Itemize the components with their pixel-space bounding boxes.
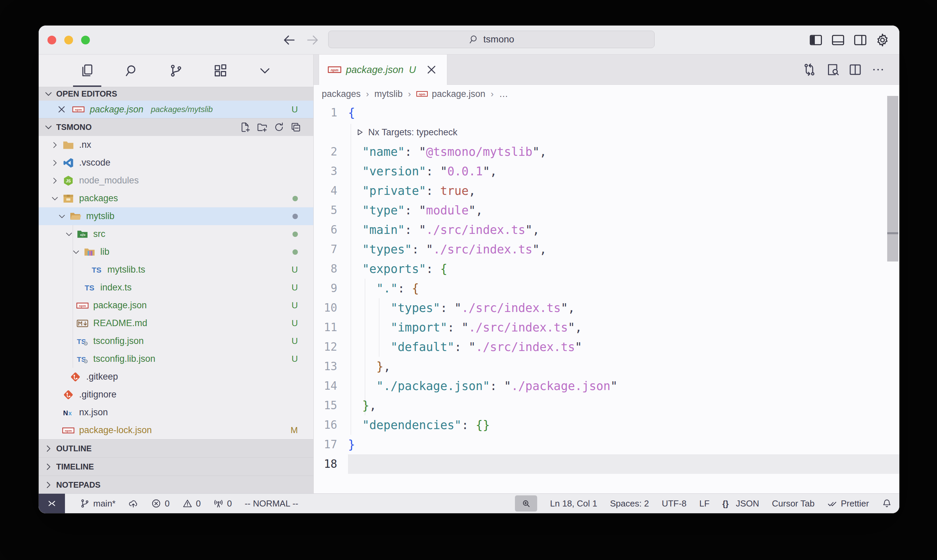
tree-item-readme-md[interactable]: README.mdU <box>39 314 313 332</box>
chevron-down-icon[interactable] <box>69 247 83 257</box>
open-editor-item[interactable]: npmpackage.jsonpackages/mytslibU <box>39 101 313 118</box>
tree-item-node-modules[interactable]: JSnode_modules <box>39 172 313 189</box>
code-line-11: 11 "import": "./src/index.ts", <box>314 318 899 337</box>
codelens-nx-targets[interactable]: Nx Targets: typecheck <box>314 123 899 142</box>
collapse-all-icon[interactable] <box>291 122 301 132</box>
status-ln-18-col-1[interactable]: Ln 18, Col 1 <box>550 498 597 509</box>
activity-source-control[interactable] <box>161 54 191 87</box>
status-cloud-upload[interactable] <box>128 498 138 509</box>
breadcrumb-item[interactable]: npmpackage.json <box>416 88 485 100</box>
more-actions-icon[interactable] <box>871 63 885 77</box>
tree-item-badges <box>292 249 298 255</box>
tree-item-mytslib[interactable]: mytslib <box>39 207 313 225</box>
pane-timeline[interactable]: TIMELINE <box>39 457 313 475</box>
status-bell[interactable] <box>882 498 892 509</box>
activity-extensions[interactable] <box>206 54 235 87</box>
gear-icon[interactable] <box>875 33 890 48</box>
tree-item--gitignore[interactable]: .gitignore <box>39 386 313 403</box>
tree-item-badges: U <box>291 318 298 328</box>
tree-item-index-ts[interactable]: TSindex.tsU <box>39 278 313 297</box>
status-spaces-2[interactable]: Spaces: 2 <box>610 498 649 509</box>
code-text: "types": "./src/index.ts", <box>348 240 546 259</box>
workspace-header[interactable]: TSMONO <box>39 118 313 136</box>
git-badge: U <box>291 104 298 115</box>
minimize-button[interactable] <box>64 36 73 45</box>
status-0[interactable]: 0 <box>213 498 232 509</box>
activity-search[interactable] <box>117 54 146 87</box>
command-center-search[interactable]: tsmono <box>328 31 655 48</box>
tree-item-src[interactable]: </>src <box>39 225 313 243</box>
chevron-down-icon[interactable] <box>54 211 69 222</box>
forward-arrow-icon[interactable] <box>305 33 320 48</box>
status-lf[interactable]: LF <box>699 498 709 509</box>
chevron-right-icon[interactable] <box>48 140 62 150</box>
tree-item-label: src <box>93 229 105 239</box>
check-double-icon <box>827 498 837 509</box>
breadcrumb-item[interactable]: … <box>499 89 508 99</box>
status-cursor-tab[interactable]: Cursor Tab <box>772 498 815 509</box>
close-icon[interactable] <box>425 63 438 76</box>
pane-outline[interactable]: OUTLINE <box>39 439 313 457</box>
close-button[interactable] <box>48 36 56 45</box>
remote-indicator[interactable] <box>39 494 65 513</box>
breadcrumb-item[interactable]: packages <box>322 89 361 99</box>
status-text: 0 <box>227 498 232 509</box>
code-line-7: 7 "types": "./src/index.ts", <box>314 240 899 259</box>
tree-item-packages[interactable]: packages <box>39 189 313 207</box>
chevron-right-icon[interactable] <box>48 176 62 186</box>
status-utf-8[interactable]: UTF-8 <box>662 498 686 509</box>
pane-notepads[interactable]: NOTEPADS <box>39 475 313 494</box>
open-changes-icon[interactable] <box>802 63 817 77</box>
npm-icon: npm <box>328 63 341 76</box>
chevron-down-icon[interactable] <box>62 229 76 239</box>
tab-package-json[interactable]: npm package.json U <box>319 54 447 85</box>
layout-sidebar-left-icon[interactable] <box>808 33 823 48</box>
editor-scrollbar[interactable] <box>887 96 898 262</box>
split-editor-icon[interactable] <box>848 63 862 77</box>
status-json[interactable]: {}JSON <box>722 498 759 509</box>
breadcrumb-item[interactable]: mytslib <box>374 89 403 99</box>
status--normal-[interactable]: -- NORMAL -- <box>245 498 298 509</box>
tree-item-badges: U <box>291 354 298 364</box>
code-text: "./package.json": "./package.json" <box>348 376 618 396</box>
status-main-[interactable]: main* <box>80 498 115 509</box>
source-control-icon <box>80 498 90 509</box>
status-0[interactable]: 0 <box>151 498 169 509</box>
chevron-right-icon <box>43 443 54 454</box>
line-number: 14 <box>314 376 337 396</box>
open-editors-header[interactable]: OPEN EDITORS <box>39 87 313 101</box>
zoom-button[interactable] <box>81 36 90 45</box>
line-number: 17 <box>314 435 337 454</box>
tree-item-package-lock-json[interactable]: npmpackage-lock.jsonM <box>39 422 313 439</box>
tree-item--gitkeep[interactable]: .gitkeep <box>39 368 313 386</box>
line-number: 9 <box>314 278 337 298</box>
status-0[interactable]: 0 <box>182 498 201 509</box>
status-prettier[interactable]: Prettier <box>827 498 869 509</box>
layout-sidebar-right-icon[interactable] <box>853 33 868 48</box>
new-file-icon[interactable] <box>240 122 251 132</box>
tree-item-package-json[interactable]: npmpackage.jsonU <box>39 297 313 314</box>
tree-item-tsconfig-json[interactable]: TStsconfig.jsonU <box>39 332 313 350</box>
new-folder-icon[interactable] <box>257 122 268 132</box>
code-editor[interactable]: 1{Nx Targets: typecheck2 "name": "@tsmon… <box>314 103 899 493</box>
tree-item-nx-json[interactable]: Nxnx.json <box>39 403 313 422</box>
git-dot-badge <box>292 196 298 201</box>
line-number: 18 <box>314 454 337 474</box>
layout-panel-icon[interactable] <box>831 33 845 48</box>
activity-chevron-down[interactable] <box>250 54 280 87</box>
sidebar-panes: OUTLINETIMELINENOTEPADS <box>39 439 313 494</box>
back-arrow-icon[interactable] <box>282 33 297 48</box>
status-zoom-in[interactable] <box>515 495 537 512</box>
tree-item-mytslib-ts[interactable]: TSmytslib.tsU <box>39 261 313 278</box>
chevron-down-icon[interactable] <box>48 194 62 204</box>
code-text: "types": "./src/index.ts", <box>348 298 575 318</box>
tree-item--nx[interactable]: .nx <box>39 136 313 154</box>
chevron-right-icon[interactable] <box>48 158 62 168</box>
tree-item--vscode[interactable]: .vscode <box>39 154 313 172</box>
tree-item-lib[interactable]: lib <box>39 243 313 261</box>
tree-item-tsconfig-lib-json[interactable]: TStsconfig.lib.jsonU <box>39 350 313 368</box>
open-editor-description: packages/mytslib <box>151 105 213 114</box>
activity-explorer[interactable] <box>72 54 102 87</box>
search-editor-icon[interactable] <box>825 63 839 77</box>
refresh-icon[interactable] <box>274 122 285 132</box>
